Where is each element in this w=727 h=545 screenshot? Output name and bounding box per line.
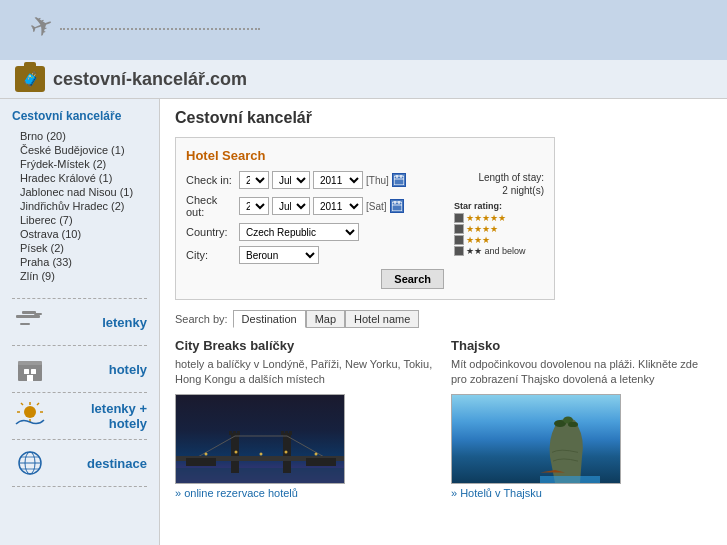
sidebar-nav-item-letenky[interactable]: letenky: [12, 299, 147, 346]
svg-rect-5: [18, 361, 42, 365]
country-select[interactable]: Czech Republic: [239, 223, 359, 241]
sidebar-item[interactable]: Ostrava (10): [12, 227, 147, 241]
country-row: Country: Czech Republic: [186, 223, 444, 241]
search-by-label: Search by:: [175, 313, 228, 325]
promo-city-breaks-text: hotely a balíčky v Londýně, Paříži, New …: [175, 357, 436, 388]
city-select[interactable]: Beroun: [239, 246, 319, 264]
svg-rect-7: [31, 369, 36, 374]
stars-4: ★★★★: [466, 224, 498, 234]
svg-rect-2: [20, 323, 30, 325]
main-container: Cestovní kanceláře Brno (20) České Buděj…: [0, 99, 727, 545]
svg-rect-21: [394, 176, 404, 185]
svg-rect-3: [34, 313, 42, 315]
page-title: Cestovní kancelář: [175, 109, 712, 127]
svg-point-46: [235, 450, 238, 453]
svg-rect-8: [27, 375, 33, 381]
checkout-row: Check out: 23 Jul 2011 [Sat]: [186, 194, 444, 218]
svg-rect-6: [24, 369, 29, 374]
svg-rect-44: [306, 458, 336, 466]
search-form: Check in: 21 Jul 2011 [Thu]: [186, 171, 544, 289]
svg-line-41: [287, 436, 326, 458]
promo-thailand-link[interactable]: » Hotelů v Thajsku: [451, 487, 712, 499]
checkout-label: Check out:: [186, 194, 236, 218]
stars-below: ★★ and below: [466, 246, 526, 256]
search-by-row: Search by: Destination Map Hotel name: [175, 310, 712, 328]
svg-rect-1: [22, 311, 36, 314]
logo-icon: 🧳: [15, 66, 45, 92]
sidebar-nav-item-letenky-hotely[interactable]: letenky + hotely: [12, 393, 147, 440]
star-check-5[interactable]: [454, 213, 464, 223]
checkin-day-select[interactable]: 21: [239, 171, 269, 189]
checkin-row: Check in: 21 Jul 2011 [Thu]: [186, 171, 444, 189]
sidebar-item[interactable]: Praha (33): [12, 255, 147, 269]
checkout-month-select[interactable]: Jul: [272, 197, 310, 215]
checkin-month-select[interactable]: Jul: [272, 171, 310, 189]
promo-thailand-title: Thajsko: [451, 338, 712, 353]
city-label: City:: [186, 249, 236, 261]
sidebar-nav-item-hotely[interactable]: hotely: [12, 346, 147, 393]
svg-rect-33: [229, 431, 232, 435]
search-button-row: Search: [186, 269, 444, 289]
search-form-right: Length of stay:2 night(s) Star rating: ★…: [454, 171, 544, 289]
checkout-day-of-week: [Sat]: [366, 201, 387, 212]
hotel-icon: [12, 354, 48, 384]
country-label: Country:: [186, 226, 236, 238]
plane-icon: [12, 307, 48, 337]
promo-row: City Breaks balíčky hotely a balíčky v L…: [175, 338, 712, 499]
checkin-calendar-icon[interactable]: [392, 173, 406, 187]
sidebar: Cestovní kanceláře Brno (20) České Buděj…: [0, 99, 160, 545]
promo-city-breaks-title: City Breaks balíčky: [175, 338, 436, 353]
sidebar-item[interactable]: Jablonec nad Nisou (1): [12, 185, 147, 199]
promo-city-breaks: City Breaks balíčky hotely a balíčky v L…: [175, 338, 436, 499]
search-form-left: Check in: 21 Jul 2011 [Thu]: [186, 171, 444, 289]
sidebar-section-title: Cestovní kanceláře: [12, 109, 147, 123]
star-check-3[interactable]: [454, 235, 464, 245]
checkout-year-select[interactable]: 2011: [313, 197, 363, 215]
svg-line-15: [37, 403, 39, 405]
checkout-calendar-icon[interactable]: [390, 199, 404, 213]
city-row: City: Beroun: [186, 246, 444, 264]
sidebar-item[interactable]: Jindřichův Hradec (2): [12, 199, 147, 213]
sidebar-item[interactable]: Hradec Králové (1): [12, 171, 147, 185]
star-rating: Star rating: ★★★★★ ★★★★ ★★★: [454, 201, 544, 256]
sidebar-item[interactable]: Frýdek-Místek (2): [12, 157, 147, 171]
dotted-line-decoration: [60, 28, 260, 30]
sidebar-item[interactable]: Zlín (9): [12, 269, 147, 283]
promo-thailand-image: [451, 394, 621, 484]
star-rating-label: Star rating:: [454, 201, 544, 211]
promo-city-breaks-image: [175, 394, 345, 484]
sidebar-nav-item-destinace[interactable]: destinace: [12, 440, 147, 487]
checkout-day-select[interactable]: 23: [239, 197, 269, 215]
svg-point-48: [285, 450, 288, 453]
header: 🧳 cestovní-kancelář.com: [0, 60, 727, 99]
star-check-4[interactable]: [454, 224, 464, 234]
sidebar-item[interactable]: Liberec (7): [12, 213, 147, 227]
sidebar-item[interactable]: Písek (2): [12, 241, 147, 255]
checkin-day-of-week: [Thu]: [366, 175, 389, 186]
promo-city-breaks-link[interactable]: » online rezervace hotelů: [175, 487, 436, 499]
svg-point-49: [315, 452, 318, 455]
search-button[interactable]: Search: [381, 269, 444, 289]
main-content: Cestovní kancelář Hotel Search Check in:…: [160, 99, 727, 545]
sun-beach-icon: [12, 401, 48, 431]
airplane-decoration: ✈: [25, 7, 58, 46]
site-title: cestovní-kancelář.com: [53, 69, 247, 90]
sidebar-nav-label-letenky: letenky: [54, 315, 147, 330]
stay-label: Length of stay:2 night(s): [454, 171, 544, 197]
sidebar-nav: letenky hotely: [12, 298, 147, 487]
svg-rect-36: [281, 431, 284, 435]
search-by-tab-hotel-name[interactable]: Hotel name: [345, 310, 419, 328]
search-by-tab-map[interactable]: Map: [306, 310, 345, 328]
stars-3: ★★★: [466, 235, 490, 245]
sidebar-item[interactable]: Brno (20): [12, 129, 147, 143]
top-bar: ✈: [0, 0, 727, 60]
sidebar-item[interactable]: České Budějovice (1): [12, 143, 147, 157]
svg-point-45: [205, 452, 208, 455]
checkin-label: Check in:: [186, 174, 236, 186]
search-by-tab-destination[interactable]: Destination: [233, 310, 306, 328]
star-row-3: ★★★: [454, 235, 544, 245]
svg-line-14: [21, 403, 23, 405]
star-check-below[interactable]: [454, 246, 464, 256]
star-row-4: ★★★★: [454, 224, 544, 234]
checkin-year-select[interactable]: 2011: [313, 171, 363, 189]
